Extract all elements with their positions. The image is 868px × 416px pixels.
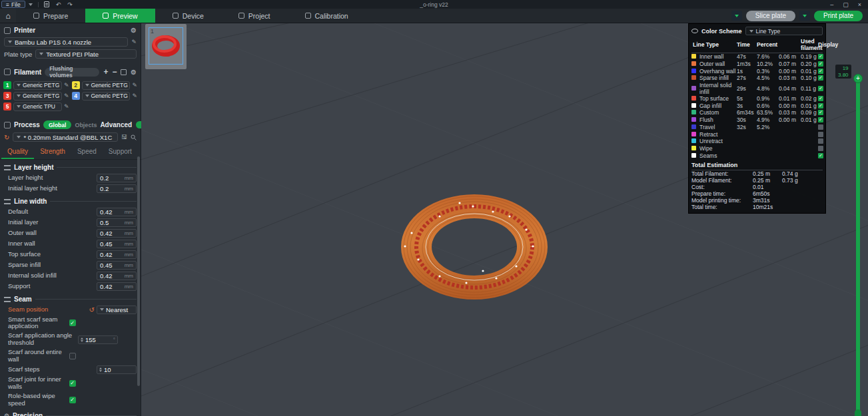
filament-preset-dropdown[interactable]: Generic TPU xyxy=(13,103,62,111)
filament-color-swatch[interactable]: 5 xyxy=(3,103,11,110)
setting-tab[interactable]: Strength xyxy=(34,146,71,159)
setting-input[interactable]: 0.42 mm xyxy=(97,229,137,238)
setting-tab[interactable]: Support xyxy=(103,146,138,159)
plate-type-dropdown[interactable]: Textured PEI Plate xyxy=(35,49,137,59)
setting-input[interactable]: 0.42 mm xyxy=(97,250,137,259)
save-preset-icon[interactable]: 🖫 xyxy=(121,134,127,140)
filament-color-swatch[interactable]: 3 xyxy=(3,92,11,100)
display-checkbox[interactable] xyxy=(818,75,823,81)
seam-position-dropdown[interactable]: Nearest xyxy=(97,306,137,314)
scarf-entire-wall-checkbox[interactable] xyxy=(69,353,76,359)
display-checkbox[interactable] xyxy=(818,54,823,59)
main-tab[interactable]: Prepare xyxy=(16,9,85,23)
scarf-inner-walls-checkbox[interactable]: ✓ xyxy=(69,380,76,387)
slice-options-caret[interactable] xyxy=(731,11,742,21)
display-checkbox[interactable] xyxy=(818,103,823,108)
settings-scroll-area: Layer height Layer height 0.2 mm Initial… xyxy=(0,160,141,416)
filament-color-swatch[interactable]: 4 xyxy=(72,92,80,100)
filament-preset-dropdown[interactable]: Generic PETG xyxy=(13,92,62,101)
slice-plate-button[interactable]: Slice plate xyxy=(746,11,795,21)
sidebar-scrollbar[interactable] xyxy=(137,156,140,386)
setting-label: Scarf around entire wall xyxy=(8,349,69,363)
process-preset-dropdown[interactable]: * 0.20mm Standard @BBL X1C xyxy=(13,132,118,142)
edit-printer-icon[interactable]: ✎ xyxy=(131,39,137,45)
display-checkbox[interactable] xyxy=(818,86,823,91)
display-checkbox[interactable] xyxy=(818,110,823,115)
display-checkbox[interactable] xyxy=(818,61,823,67)
setting-input[interactable]: 0.45 mm xyxy=(97,261,137,270)
layer-slider-bottom-handle[interactable] xyxy=(855,409,861,416)
new-project-icon[interactable] xyxy=(41,1,53,8)
print-options-caret[interactable] xyxy=(799,11,810,21)
layer-slider-handle[interactable]: + xyxy=(853,74,863,83)
edit-filament-icon[interactable]: ✎ xyxy=(64,103,69,110)
setting-input[interactable]: 0.42 mm xyxy=(97,208,137,216)
display-checkbox[interactable] xyxy=(818,69,823,74)
title-bar: ≡ File ↶ ↷ _o-ring v22 – ▢ × xyxy=(0,0,868,9)
printer-settings-gear-icon[interactable]: ⚙ xyxy=(131,27,137,34)
filament-preset-dropdown[interactable]: Generic PETG xyxy=(82,81,131,90)
edit-filament-icon[interactable]: ✎ xyxy=(132,93,137,99)
add-filament-button[interactable]: + xyxy=(103,67,108,77)
display-checkbox[interactable] xyxy=(818,138,823,144)
maximize-button[interactable]: ▢ xyxy=(843,1,849,8)
display-checkbox[interactable] xyxy=(818,153,823,158)
print-plate-button[interactable]: Print plate xyxy=(814,11,863,21)
minimize-button[interactable]: – xyxy=(830,1,833,8)
main-tab[interactable]: Project xyxy=(221,9,288,23)
plate-thumbnail[interactable]: 1 xyxy=(145,24,187,69)
home-button[interactable]: ⌂ xyxy=(0,9,16,23)
filament-color-swatch[interactable]: 1 xyxy=(3,81,11,89)
setting-input[interactable]: 0.42 mm xyxy=(97,272,137,280)
3d-viewport[interactable]: 1 xyxy=(141,23,868,416)
setting-tab[interactable]: Speed xyxy=(71,146,103,159)
filament-settings-gear-icon[interactable]: ⚙ xyxy=(131,69,137,76)
filament-color-swatch[interactable]: 2 xyxy=(72,81,80,89)
total-row: Total Filament: 0.25 m 0.74 g xyxy=(691,170,823,177)
search-preset-icon[interactable] xyxy=(131,134,137,140)
setting-input[interactable]: 0.2 mm xyxy=(97,184,137,193)
plate-thumbnail-model xyxy=(145,24,187,69)
role-based-wipe-checkbox[interactable]: ✓ xyxy=(69,397,76,403)
edit-filament-icon[interactable]: ✎ xyxy=(64,93,69,99)
main-tab[interactable]: Calibration xyxy=(288,9,366,23)
remove-filament-button[interactable]: − xyxy=(112,67,117,77)
main-tab[interactable]: Preview xyxy=(85,9,155,23)
display-checkbox[interactable] xyxy=(818,146,823,151)
flushing-volumes-button[interactable]: Flushing volumes xyxy=(45,68,99,77)
filament-slot: 2 Generic PETG ✎ xyxy=(71,80,139,91)
scarf-steps-spinner[interactable]: 10 xyxy=(97,365,137,374)
printer-preset-dropdown[interactable]: Bambu Lab P1S 0.4 nozzle xyxy=(4,37,128,47)
global-toggle[interactable]: Global xyxy=(43,120,71,129)
display-checkbox[interactable] xyxy=(818,132,823,137)
file-menu-caret[interactable] xyxy=(25,1,36,8)
setting-input[interactable]: 0.5 mm xyxy=(97,218,137,227)
setting-row: Sparse infill 0.45 mm xyxy=(0,260,141,270)
display-checkbox[interactable] xyxy=(818,124,823,130)
setting-input[interactable]: 0.45 mm xyxy=(97,240,137,248)
scarf-angle-spinner[interactable]: 155 ° xyxy=(78,335,118,344)
printer-section-title: Printer xyxy=(14,27,35,34)
filament-preset-dropdown[interactable]: Generic PETG xyxy=(82,92,131,101)
display-checkbox[interactable] xyxy=(818,96,823,101)
smart-scarf-checkbox[interactable]: ✓ xyxy=(69,319,76,326)
setting-input[interactable]: 0.42 mm xyxy=(97,282,137,291)
redo-icon[interactable]: ↷ xyxy=(64,1,76,8)
sliced-model-oring[interactable] xyxy=(388,184,561,317)
display-checkbox[interactable] xyxy=(818,117,823,122)
setting-tab[interactable]: Quality xyxy=(1,146,34,159)
layer-slider-track[interactable] xyxy=(856,75,860,416)
undo-icon[interactable]: ↶ xyxy=(53,1,65,8)
modified-preset-icon[interactable]: ↻ xyxy=(4,134,9,141)
view-type-dropdown[interactable]: Line Type xyxy=(745,27,823,35)
filament-preset-dropdown[interactable]: Generic PETG xyxy=(13,81,62,90)
sync-filament-icon[interactable] xyxy=(121,69,127,75)
objects-toggle[interactable]: Objects xyxy=(75,122,97,128)
setting-input[interactable]: 0.2 mm xyxy=(97,174,137,182)
file-menu-button[interactable]: ≡ File xyxy=(1,1,25,8)
reset-setting-icon[interactable]: ↺ xyxy=(89,306,95,313)
main-tab[interactable]: Device xyxy=(155,9,221,23)
edit-filament-icon[interactable]: ✎ xyxy=(132,82,137,89)
edit-filament-icon[interactable]: ✎ xyxy=(64,82,69,89)
close-button[interactable]: × xyxy=(858,1,861,8)
